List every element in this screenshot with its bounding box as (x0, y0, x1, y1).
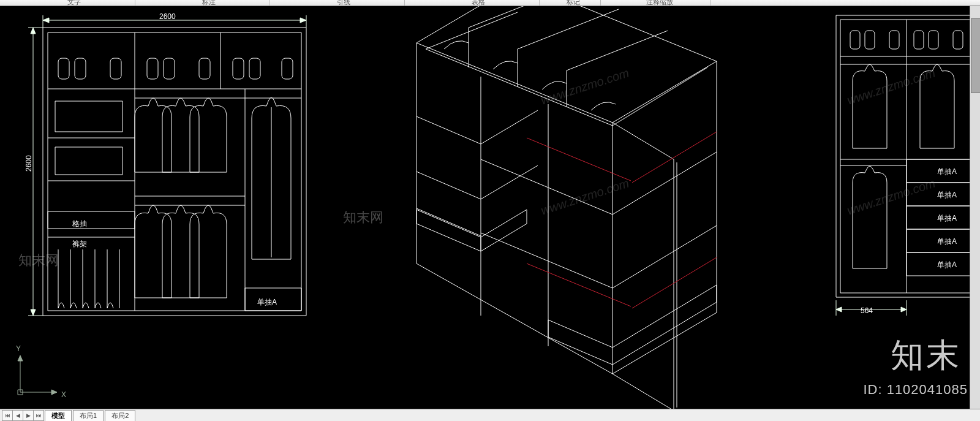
svg-rect-50 (929, 31, 938, 49)
dim-width-2600: 2600 (159, 12, 176, 21)
svg-rect-8 (110, 58, 121, 79)
svg-rect-10 (164, 58, 175, 79)
model-space[interactable]: 2600 2600 格抽 裤架 单抽A (0, 6, 980, 409)
tab-layout1[interactable]: 布局1 (73, 410, 104, 422)
svg-marker-64 (836, 307, 842, 312)
dim-width-564: 564 (861, 306, 873, 315)
svg-rect-49 (914, 31, 924, 49)
label-drawer-a-4: 单抽A (937, 237, 957, 247)
ucs-y-label: Y (16, 344, 21, 353)
svg-rect-9 (147, 58, 158, 79)
label-drawer-a-5: 单抽A (937, 260, 957, 270)
ucs-x-label: X (61, 390, 66, 399)
svg-marker-65 (901, 307, 907, 312)
label-grid-drawer: 格抽 (72, 219, 87, 229)
svg-marker-41 (31, 28, 36, 34)
tab-nav-last-icon[interactable]: ⏭ (33, 410, 44, 421)
ribbon-sep (404, 0, 405, 6)
tab-nav-prev-icon[interactable]: ◀ (12, 410, 23, 421)
svg-rect-6 (58, 58, 69, 79)
svg-rect-14 (282, 58, 293, 79)
ribbon-bottom-row: 文字 标注 引线 表格 标记 注释缩放 (0, 0, 980, 6)
tab-nav-next-icon[interactable]: ▶ (23, 410, 34, 421)
svg-rect-51 (953, 31, 963, 49)
ribbon-sep (600, 0, 601, 6)
ucs-icon (11, 346, 66, 401)
svg-rect-48 (889, 31, 899, 49)
svg-rect-11 (199, 58, 210, 79)
label-drawer-a-front: 单抽A (257, 297, 277, 308)
svg-rect-17 (55, 101, 123, 132)
tab-nav-first-icon[interactable]: ⏮ (2, 410, 13, 421)
vertical-scrollbar[interactable] (970, 6, 980, 409)
svg-rect-7 (75, 58, 86, 79)
svg-rect-18 (55, 147, 123, 175)
svg-marker-37 (300, 18, 306, 23)
ribbon-sep (135, 0, 135, 6)
tab-layout2[interactable]: 布局2 (105, 410, 135, 422)
svg-marker-36 (43, 18, 49, 23)
ribbon-sep (710, 0, 711, 6)
wardrobe-front-elevation (24, 9, 325, 340)
ribbon-sep (539, 0, 540, 6)
svg-rect-12 (233, 58, 244, 79)
dim-height-2600: 2600 (24, 155, 33, 172)
wardrobe-isometric (343, 6, 772, 411)
svg-rect-13 (249, 58, 260, 79)
ribbon-sep (270, 0, 270, 6)
wardrobe-right-elevation (833, 12, 980, 331)
label-drawer-a-3: 单抽A (937, 213, 957, 224)
svg-rect-19 (48, 211, 135, 229)
tab-model[interactable]: 模型 (45, 410, 72, 422)
svg-marker-69 (18, 355, 23, 361)
svg-marker-42 (31, 309, 36, 316)
image-id: ID: 1102041085 (863, 382, 968, 398)
label-drawer-a-1: 单抽A (937, 167, 957, 177)
svg-rect-46 (850, 31, 860, 49)
vertical-scroll-thumb[interactable] (971, 18, 980, 93)
tab-nav-buttons: ⏮ ◀ ▶ ⏭ (2, 410, 43, 421)
svg-marker-67 (51, 390, 57, 395)
label-drawer-a-2: 单抽A (937, 190, 957, 200)
layout-tab-bar: ⏮ ◀ ▶ ⏭ 模型 布局1 布局2 (0, 409, 980, 421)
label-pants-rack: 裤架 (72, 239, 87, 249)
svg-rect-47 (865, 31, 875, 49)
brand-logo-text: 知末 (891, 333, 962, 378)
